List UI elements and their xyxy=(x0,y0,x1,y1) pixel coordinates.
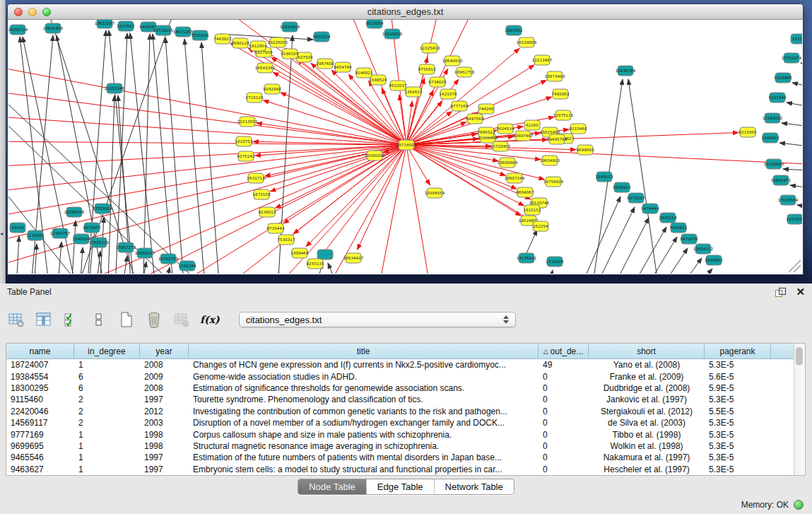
graph-node[interactable]: 9242848 xyxy=(264,84,281,94)
graph-node[interactable]: 10973493 xyxy=(545,71,565,81)
close-panel-icon[interactable]: ✕ xyxy=(796,287,805,297)
graph-node[interactable]: 1588520 xyxy=(370,75,387,85)
graph-node[interactable]: 9329966 xyxy=(775,73,792,83)
graph-node[interactable] xyxy=(317,250,333,259)
table-row[interactable]: 2242004622012Investigating the contribut… xyxy=(6,406,794,417)
graph-node[interactable]: 1733426 xyxy=(546,257,564,267)
graph-node[interactable]: 1615152 xyxy=(524,205,541,215)
delete-column-icon[interactable] xyxy=(145,310,163,329)
graph-node[interactable]: 18807249 xyxy=(505,173,525,183)
tab-edge-table[interactable]: Edge Table xyxy=(366,479,434,494)
minimize-window-button[interactable] xyxy=(28,8,37,16)
graph-node[interactable]: 17957272 xyxy=(116,243,136,252)
collapse-arrow-icon[interactable]: ◂ xyxy=(0,231,3,237)
graph-node[interactable]: 8813054 xyxy=(366,20,384,28)
tab-node-table[interactable]: Node Table xyxy=(298,479,366,494)
graph-node[interactable]: 16782759 xyxy=(158,254,179,264)
graph-node[interactable]: 8215955 xyxy=(739,127,757,137)
graph-node[interactable]: 15720407 xyxy=(490,141,511,151)
table-row[interactable]: 911546021997Tourette syndrome. Phenomeno… xyxy=(6,394,794,405)
graph-node[interactable]: 19756928 xyxy=(543,177,564,187)
graph-node[interactable]: 10653287 xyxy=(95,20,115,28)
table-row[interactable]: 969969511998Structural magnetic resonanc… xyxy=(6,440,794,452)
graph-node[interactable]: 16648784 xyxy=(616,66,636,76)
citation-network-graph[interactable]: 1872400724055724206914061065328715276028… xyxy=(8,20,802,274)
create-column-icon[interactable] xyxy=(117,310,136,329)
graph-node[interactable]: 16543382 xyxy=(255,63,275,73)
graph-node[interactable]: 24055724 xyxy=(8,25,28,35)
table-row[interactable]: 1938455462009Genome-wide association stu… xyxy=(6,370,794,382)
graph-node[interactable]: 7832621 xyxy=(670,223,688,233)
graph-node[interactable]: 12213583 xyxy=(237,117,258,127)
select-all-columns-icon[interactable] xyxy=(62,310,81,329)
graph-node[interactable]: 5912954 xyxy=(249,41,267,51)
graph-node[interactable]: 19958167 xyxy=(135,248,155,258)
graph-node[interactable]: 9115460 xyxy=(570,124,587,134)
graph-node[interactable]: 15692971 xyxy=(771,175,792,185)
column-header-name[interactable]: name xyxy=(6,344,74,358)
graph-node[interactable]: 12213967 xyxy=(532,55,553,65)
graph-node[interactable]: 8471676 xyxy=(681,234,698,244)
graph-node[interactable]: 9227349 xyxy=(769,93,787,103)
graph-node[interactable]: 20206556 xyxy=(64,207,85,217)
graph-node[interactable]: 1362615 xyxy=(405,87,423,97)
graph-node[interactable]: 1010753 xyxy=(235,136,253,146)
graph-node[interactable]: 18300295 xyxy=(365,151,385,160)
graph-node[interactable]: 16053809 xyxy=(280,22,300,32)
graph-node[interactable]: 9236013 xyxy=(259,207,276,217)
graph-node[interactable]: 9146821 xyxy=(355,68,373,78)
column-header-in_degree[interactable]: in_degree xyxy=(74,344,140,358)
graph-node[interactable]: 9975887 xyxy=(83,223,101,233)
tab-network-table[interactable]: Network Table xyxy=(434,479,514,494)
graph-node[interactable]: 1545194 xyxy=(73,234,90,244)
graph-node[interactable]: 20691406 xyxy=(43,23,64,33)
graph-node[interactable]: 8454749 xyxy=(334,62,352,72)
graph-node[interactable]: 12975115 xyxy=(553,110,574,120)
graph-node[interactable]: 15751074 xyxy=(782,53,802,63)
graph-node[interactable]: 14671355 xyxy=(173,27,194,37)
window-resize-grip[interactable] xyxy=(789,260,801,272)
graph-node[interactable]: 17359924 xyxy=(93,204,113,214)
column-header-out_de[interactable]: △out_de... xyxy=(539,344,589,358)
table-scrollbar[interactable] xyxy=(794,344,805,475)
graph-node[interactable]: 9755812 xyxy=(418,64,436,74)
graph-node[interactable]: 10807487 xyxy=(513,131,534,141)
graph-node[interactable]: 19218506 xyxy=(382,29,403,39)
graph-node[interactable]: 14136141 xyxy=(517,253,537,263)
graph-node[interactable]: 23226055 xyxy=(268,37,288,47)
graph-node[interactable]: 4275142 xyxy=(237,151,255,161)
graph-node[interactable]: 16154808 xyxy=(517,37,537,47)
graph-node[interactable]: 12193832 xyxy=(763,113,782,123)
graph-node[interactable]: 11127 xyxy=(791,34,802,44)
graph-node[interactable]: 2967608 xyxy=(317,59,334,69)
graph-node[interactable]: 1527602 xyxy=(117,21,135,31)
graph-node[interactable]: 1292344 xyxy=(179,261,196,271)
table-row[interactable]: 946362711997Embryonic stem cells: a mode… xyxy=(6,464,794,475)
graph-node[interactable]: 1640513 xyxy=(596,172,613,182)
graph-node[interactable]: 3624534 xyxy=(497,124,514,134)
graph-node[interactable]: 8522037 xyxy=(389,81,407,90)
graph-node[interactable]: 2718126 xyxy=(246,93,264,103)
graph-node[interactable]: 12505135 xyxy=(89,238,110,247)
graph-node[interactable]: 1873159 xyxy=(253,189,271,199)
graph-node[interactable]: 1859468 xyxy=(291,248,309,258)
graph-node[interactable]: 9245652 xyxy=(705,255,723,265)
graph-node[interactable]: 6879197 xyxy=(628,193,645,203)
network-window[interactable]: citations_edges.txt 18724007240557242069… xyxy=(7,4,804,275)
graph-node[interactable]: 62160 xyxy=(524,120,540,130)
graph-node[interactable]: 19495794 xyxy=(547,134,567,144)
zoom-window-button[interactable] xyxy=(42,8,51,16)
graph-node[interactable]: 252254 xyxy=(533,221,548,231)
network-window-titlebar[interactable]: citations_edges.txt xyxy=(8,4,803,20)
graph-node[interactable]: 1344413 xyxy=(762,133,779,143)
deselect-all-columns-icon[interactable] xyxy=(90,310,108,329)
graph-node[interactable]: 12325419 xyxy=(420,43,440,53)
graph-node[interactable]: 6734028 xyxy=(429,77,447,87)
function-builder-icon[interactable]: f(x) xyxy=(200,314,220,325)
column-header-pagerank[interactable]: pagerank xyxy=(705,344,771,358)
control-panel-edge[interactable]: ◂ xyxy=(0,0,6,284)
graph-node[interactable]: 746266 xyxy=(478,104,494,114)
graph-node[interactable]: 8660128 xyxy=(232,38,249,48)
graph-node[interactable]: 6497568 xyxy=(466,114,484,124)
graph-node[interactable]: 17016504 xyxy=(778,195,799,205)
